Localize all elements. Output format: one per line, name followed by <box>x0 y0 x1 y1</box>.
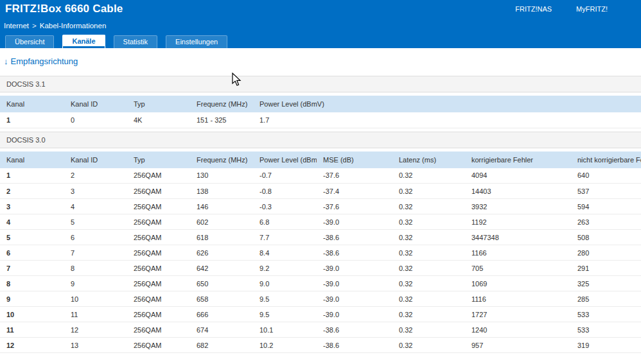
table-cell: 2 <box>0 184 64 199</box>
table-row: 1112256QAM67410.1-38.60.321240533 <box>0 322 641 338</box>
table-cell: 0.32 <box>392 245 465 261</box>
table-cell: 256QAM <box>127 168 190 184</box>
table-cell: -0.3 <box>253 199 317 214</box>
table-cell: -39.0 <box>317 214 392 230</box>
top-bar: FRITZ!Box 6660 Cable FRITZ!NAS MyFRITZ! <box>0 0 641 18</box>
table-cell: 256QAM <box>127 322 190 338</box>
column-header: Typ <box>127 96 190 112</box>
page-title: FRITZ!Box 6660 Cable <box>5 3 123 15</box>
table-cell: -39.0 <box>317 261 392 276</box>
table-row: 104K151 - 3251.7 <box>0 112 641 128</box>
table-cell: 7.7 <box>253 230 317 245</box>
column-header: MSE (dB) <box>317 152 392 168</box>
table-cell: 626 <box>190 245 253 261</box>
column-header: Frequenz (MHz) <box>190 96 253 112</box>
table-cell: 957 <box>465 338 571 353</box>
table-cell: 9.0 <box>253 276 317 291</box>
table-cell: 0 <box>64 112 127 128</box>
table-cell: 325 <box>571 276 641 291</box>
fritznas-link[interactable]: FRITZ!NAS <box>515 5 552 13</box>
table-cell: -39.0 <box>317 307 392 322</box>
tab-statistik[interactable]: Statistik <box>114 35 158 48</box>
table-cell: 10 <box>0 307 64 322</box>
breadcrumb-current: Kabel-Informationen <box>40 22 107 30</box>
empfangsrichtung-heading[interactable]: ↓ Empfangsrichtung <box>0 56 641 66</box>
breadcrumb-internet[interactable]: Internet <box>4 22 29 30</box>
table-cell: -37.6 <box>317 199 392 214</box>
table-cell: 9 <box>0 291 64 307</box>
column-header: Latenz (ms) <box>392 152 465 168</box>
table-cell: 256QAM <box>127 276 190 291</box>
table-cell: 8 <box>64 261 127 276</box>
table-cell: 1 <box>0 112 64 128</box>
table-row: 89256QAM6509.0-39.00.321069325 <box>0 276 641 291</box>
table-row: 45256QAM6026.8-39.00.321192263 <box>0 214 641 230</box>
table-cell: 1 <box>0 168 64 184</box>
table-cell: 9 <box>64 276 127 291</box>
main-content: ↓ Empfangsrichtung DOCSIS 3.1KanalKanal … <box>0 48 641 353</box>
table-cell: 640 <box>571 168 641 184</box>
tab-uebersicht[interactable]: Übersicht <box>5 35 54 48</box>
channel-tables: DOCSIS 3.1KanalKanal IDTypFrequenz (MHz)… <box>0 76 641 353</box>
table-row: 1011256QAM6669.5-39.00.321727533 <box>0 307 641 322</box>
table-cell: -38.6 <box>317 245 392 261</box>
table-cell: 666 <box>190 307 253 322</box>
tab-kanaele[interactable]: Kanäle <box>62 35 105 48</box>
tab-einstellungen[interactable]: Einstellungen <box>166 35 227 48</box>
table-cell: 0.32 <box>392 322 465 338</box>
table-cell: 3 <box>0 199 64 214</box>
table-cell: 13 <box>64 338 127 353</box>
table-cell: 594 <box>571 199 641 214</box>
header-nav: FRITZ!NAS MyFRITZ! <box>515 5 608 13</box>
table-section-title: DOCSIS 3.0 <box>0 132 641 148</box>
table-cell: 4 <box>64 199 127 214</box>
empfangsrichtung-label: Empfangsrichtung <box>11 56 78 66</box>
table-cell: 130 <box>190 168 253 184</box>
column-header: korrigierbare Fehler <box>465 152 571 168</box>
table-cell: 1166 <box>465 245 571 261</box>
table-cell: 537 <box>571 184 641 199</box>
myfritz-link[interactable]: MyFRITZ! <box>576 5 608 13</box>
table-cell: 11 <box>64 307 127 322</box>
table-row: 67256QAM6268.4-38.60.321166280 <box>0 245 641 261</box>
table-cell: 8.4 <box>253 245 317 261</box>
table-section-title: DOCSIS 3.1 <box>0 76 641 92</box>
table-cell: -38.6 <box>317 338 392 353</box>
table-row: 12256QAM130-0.7-37.60.324094640 <box>0 168 641 184</box>
table-cell: 682 <box>190 338 253 353</box>
column-header: Kanal <box>0 152 64 168</box>
column-header: Power Level (dBmV) <box>253 96 641 112</box>
table-cell: 146 <box>190 199 253 214</box>
table-cell: 1727 <box>465 307 571 322</box>
table-cell: 256QAM <box>127 245 190 261</box>
column-header: Kanal ID <box>64 96 127 112</box>
table-cell: 658 <box>190 291 253 307</box>
table-cell: -0.8 <box>253 184 317 199</box>
table-cell: 4094 <box>465 168 571 184</box>
table-cell: 0.32 <box>392 230 465 245</box>
table-row: 56256QAM6187.7-38.60.323447348508 <box>0 230 641 245</box>
table-cell: 0.32 <box>392 291 465 307</box>
table-cell: 1116 <box>465 291 571 307</box>
table-cell: 3 <box>64 184 127 199</box>
table-cell: 4K <box>127 112 190 128</box>
table-cell: 1240 <box>465 322 571 338</box>
table-cell: 602 <box>190 214 253 230</box>
table-row: 23256QAM138-0.8-37.40.3214403537 <box>0 184 641 199</box>
table-cell: 8 <box>0 276 64 291</box>
table-cell: 650 <box>190 276 253 291</box>
breadcrumb-separator: > <box>32 22 37 30</box>
table-cell: 256QAM <box>127 291 190 307</box>
table-cell: 3932 <box>465 199 571 214</box>
table-cell: 10.2 <box>253 338 317 353</box>
table-cell: 5 <box>0 230 64 245</box>
table-cell: -0.7 <box>253 168 317 184</box>
channel-table: KanalKanal IDTypFrequenz (MHz)Power Leve… <box>0 152 641 354</box>
table-header-row: KanalKanal IDTypFrequenz (MHz)Power Leve… <box>0 152 641 168</box>
table-cell: 5 <box>64 214 127 230</box>
table-cell: 256QAM <box>127 261 190 276</box>
table-cell: 10 <box>64 291 127 307</box>
table-cell: 0.32 <box>392 214 465 230</box>
table-cell: 256QAM <box>127 230 190 245</box>
table-cell: 508 <box>571 230 641 245</box>
